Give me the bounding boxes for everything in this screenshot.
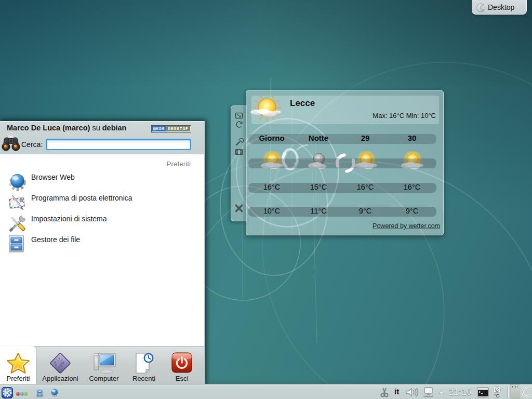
svg-text:°C: °C [494,393,500,398]
svg-text:K: K [5,389,10,397]
